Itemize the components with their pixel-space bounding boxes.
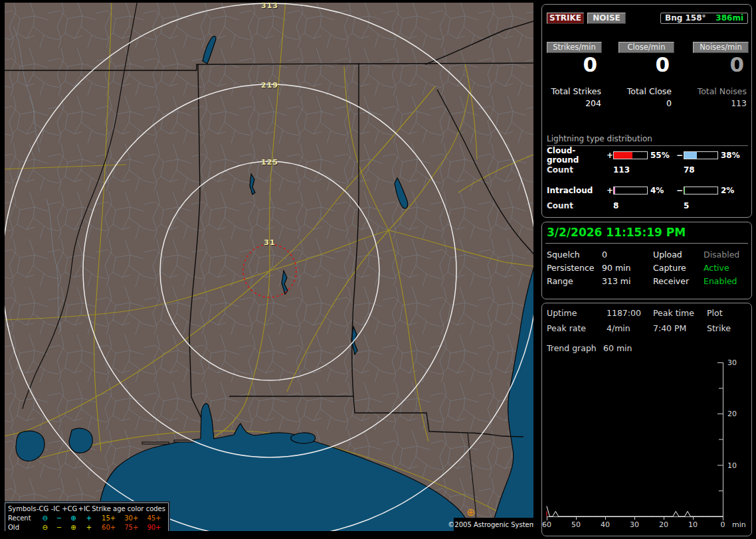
persistence-label: Persistence: [547, 263, 602, 273]
legend-col-neg-ic: -IC: [49, 504, 62, 514]
legend-old-row: Old ⊖ − ⊕ + 60+ 75+ 90+: [8, 523, 165, 531]
ring-label-31: 31: [264, 238, 275, 247]
close-per-min-chip: Close/min: [618, 42, 674, 53]
strikes-per-min-chip: Strikes/min: [547, 42, 602, 53]
plus-sign: +: [607, 151, 613, 160]
upload-label: Upload: [653, 250, 704, 260]
cloud-ground-row: Cloud-ground + 55% − 38%: [547, 150, 750, 160]
ic-plus-pct: 4%: [648, 186, 676, 195]
intracloud-label: Intracloud: [547, 186, 607, 195]
legend-header-row: Symbols -CG -IC +CG +IC Strike age color…: [8, 504, 165, 514]
legend-recent-label: Recent: [8, 514, 38, 523]
legend-recent-row: Recent ⊖ − ⊕ + 15+ 30+ 45+: [8, 514, 165, 523]
persistence-value: 90 min: [602, 263, 653, 273]
cg-plus-pct: 55%: [648, 151, 676, 160]
ring-label-219: 219: [261, 81, 278, 90]
squelch-row: Squelch 0 Upload Disabled: [547, 250, 749, 260]
trend-axes: [547, 362, 723, 520]
close-rate-value: 0: [616, 54, 670, 75]
bearing-readout: Bng 158° 386mi: [660, 13, 748, 24]
persistence-row: Persistence 90 min Capture Active: [547, 263, 749, 273]
receiver-label: Receiver: [653, 276, 704, 286]
counters-panel: STRIKE NOISE Bng 158° 386mi Strikes/min …: [541, 4, 752, 218]
legend-age-header: Strike age color codes: [92, 504, 165, 514]
neg-ic-recent-icon: −: [52, 514, 66, 523]
pos-cg-old-icon: ⊕: [66, 523, 80, 531]
legend-symbols-header: Symbols: [8, 504, 36, 514]
squelch-label: Squelch: [547, 250, 602, 260]
noises-rate-value: 0: [688, 54, 744, 75]
legend-col-pos-ic: +IC: [76, 504, 92, 514]
trend-graph: [542, 303, 753, 537]
age-90: 90+: [143, 523, 165, 531]
ring-label-313: 313: [261, 3, 278, 10]
y-tick-10: 10: [727, 461, 737, 470]
cg-plus-count: 113: [613, 165, 630, 175]
neg-cg-recent-icon: ⊖: [38, 514, 52, 523]
plus-sign: +: [607, 186, 613, 195]
strikes-rate-value: 0: [543, 54, 597, 75]
ring-label-125: 125: [261, 158, 278, 167]
cloud-ground-label: Cloud-ground: [547, 146, 607, 165]
capture-label: Capture: [653, 263, 704, 273]
ic-minus-count: 5: [684, 201, 689, 210]
y-tick-30: 30: [727, 358, 737, 367]
total-strikes-value: 204: [543, 98, 601, 108]
trend-series-layer: [547, 506, 723, 517]
copyright-bar: ©2005 Astrogenic Systems: [454, 518, 533, 531]
ic-minus-pct: 2%: [718, 186, 747, 195]
y-tick-20: 20: [727, 410, 737, 418]
bearing-value: Bng 158°: [665, 13, 706, 23]
x-tick-0: 0: [715, 520, 730, 529]
noise-toggle-button[interactable]: NOISE: [587, 13, 626, 24]
cg-minus-count: 78: [684, 165, 695, 175]
noises-per-min-chip: Noises/min: [693, 42, 749, 53]
pos-ic-recent-icon: +: [80, 514, 97, 523]
distance-value: 386mi: [715, 13, 743, 23]
legend-old-label: Old: [8, 523, 38, 531]
x-tick-50: 50: [569, 520, 583, 529]
cg-minus-bar: [684, 151, 718, 159]
total-noises-label: Total Noises: [687, 86, 747, 96]
age-75: 75+: [120, 523, 143, 531]
count-label: Count: [547, 201, 573, 210]
total-close-label: Total Close: [615, 86, 672, 96]
ic-plus-bar: [613, 187, 648, 194]
radar-map[interactable]: 313 219 125 31 ©2005 Astrogenic Systems …: [5, 3, 533, 531]
age-45: 45+: [143, 514, 165, 523]
trend-panel: Uptime 1187:00 Peak time Plot Peak rate …: [541, 303, 752, 536]
total-close-value: 0: [615, 98, 672, 108]
x-tick-20: 20: [656, 520, 671, 529]
neg-cg-old-icon: ⊖: [38, 523, 52, 531]
pos-ic-old-icon: +: [80, 523, 97, 531]
x-axis-unit: min: [732, 520, 746, 529]
datetime-display: 3/2/2026 11:15:19 PM: [547, 226, 686, 239]
distribution-heading: Lightning type distribution: [547, 134, 652, 143]
x-tick-30: 30: [627, 520, 642, 529]
strike-toggle-button[interactable]: STRIKE: [547, 13, 584, 24]
cg-plus-bar: [613, 151, 648, 159]
capture-status: Active: [704, 263, 749, 273]
x-tick-10: 10: [686, 520, 700, 529]
receiver-status: Enabled: [704, 276, 749, 286]
symbols-legend: Symbols -CG -IC +CG +IC Strike age color…: [5, 502, 169, 531]
age-15: 15+: [98, 514, 120, 523]
pos-cg-recent-icon: ⊕: [66, 514, 80, 523]
count-label: Count: [547, 165, 573, 175]
range-value: 313 mi: [602, 276, 653, 286]
minus-sign: −: [676, 151, 684, 160]
legend-col-neg-cg: -CG: [36, 504, 48, 514]
age-30: 30+: [120, 514, 143, 523]
neg-ic-old-icon: −: [52, 523, 66, 531]
minus-sign: −: [676, 186, 684, 195]
datetime-divider: [545, 243, 748, 244]
age-60: 60+: [98, 523, 120, 531]
upload-status: Disabled: [704, 250, 749, 260]
squelch-value: 0: [602, 250, 653, 260]
status-panel: 3/2/2026 11:15:19 PM Squelch 0 Upload Di…: [541, 222, 752, 299]
range-label: Range: [547, 276, 602, 286]
total-noises-value: 113: [687, 98, 747, 108]
ic-minus-bar: [684, 187, 718, 194]
total-strikes-label: Total Strikes: [543, 86, 601, 96]
cg-minus-pct: 38%: [718, 151, 747, 160]
